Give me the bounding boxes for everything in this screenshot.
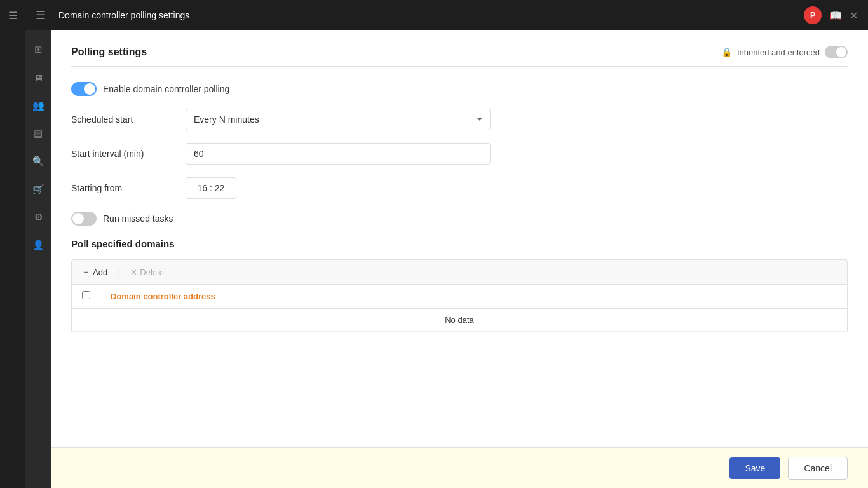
enable-polling-label: Enable domain controller polling (103, 84, 229, 94)
user-avatar[interactable]: P (804, 6, 822, 24)
delete-button[interactable]: ✕ Delete (130, 268, 164, 277)
left-nav-grid-icon[interactable]: ⊞ (29, 41, 47, 58)
no-data-cell: No data (72, 308, 848, 332)
titlebar: ☰ Domain controller polling settings P 📖… (25, 0, 868, 30)
toolbar-separator: | (118, 266, 120, 278)
left-nav-users-icon[interactable]: 👥 (29, 97, 47, 114)
checkbox-header (72, 285, 101, 308)
starting-from-label: Starting from (71, 183, 186, 193)
start-interval-control (186, 143, 491, 165)
run-missed-label: Run missed tasks (103, 214, 173, 224)
table-body: No data (72, 308, 848, 332)
main-area: ☰ Domain controller polling settings P 📖… (25, 0, 868, 488)
start-interval-label: Start interval (min) (71, 149, 186, 159)
form-area: Polling settings 🔒 Inherited and enforce… (51, 30, 868, 447)
scheduled-start-label: Scheduled start (71, 114, 186, 125)
titlebar-actions: P 📖 ✕ (804, 6, 858, 24)
poll-domains-title: Poll specified domains (71, 238, 848, 249)
sidebar-menu-icon[interactable]: ☰ (3, 5, 23, 25)
starting-from-control (186, 177, 236, 199)
no-data-row: No data (72, 308, 848, 332)
lock-icon: 🔒 (721, 47, 732, 57)
add-label: Add (93, 268, 107, 277)
hamburger-icon[interactable]: ☰ (36, 8, 46, 22)
left-nav-settings-icon[interactable]: ⚙ (29, 208, 47, 226)
left-nav-search-icon[interactable]: 🔍 (29, 152, 47, 170)
polling-settings-header: Polling settings 🔒 Inherited and enforce… (71, 46, 848, 67)
left-nav-list-icon[interactable]: ▤ (29, 125, 47, 142)
start-interval-input[interactable] (186, 143, 491, 165)
left-nav-monitor-icon[interactable]: 🖥 (29, 69, 47, 86)
run-missed-toggle[interactable] (71, 212, 97, 226)
plus-icon: ＋ (82, 266, 90, 278)
left-nav-cart-icon[interactable]: 🛒 (29, 180, 47, 198)
x-icon: ✕ (130, 268, 137, 277)
enable-polling-toggle[interactable] (71, 82, 97, 96)
scheduled-start-row: Scheduled start Every N minutes Daily We… (71, 109, 848, 130)
table-toolbar: ＋ Add | ✕ Delete (71, 259, 848, 285)
left-nav-user-icon[interactable]: 👤 (29, 236, 47, 254)
select-all-checkbox[interactable] (82, 291, 90, 299)
domains-table: Domain controller address No data (71, 285, 848, 332)
enable-toggle-row: Enable domain controller polling (71, 82, 848, 96)
scheduled-start-select[interactable]: Every N minutes Daily Weekly (186, 109, 491, 130)
content: ⊞ 🖥 👥 ▤ 🔍 🛒 ⚙ 👤 Polling settings 🔒 Inher… (25, 30, 868, 488)
inherited-text: Inherited and enforced (737, 48, 820, 57)
section-actions: 🔒 Inherited and enforced (721, 46, 848, 58)
add-button[interactable]: ＋ Add (82, 266, 107, 278)
starting-from-input[interactable] (186, 177, 236, 199)
starting-from-row: Starting from (71, 177, 848, 199)
start-interval-row: Start interval (min) (71, 143, 848, 165)
save-button[interactable]: Save (729, 458, 780, 479)
footer: Save Cancel (51, 447, 868, 488)
left-nav: ⊞ 🖥 👥 ▤ 🔍 🛒 ⚙ 👤 (25, 30, 51, 488)
table-header-row: Domain controller address (72, 285, 848, 308)
close-icon[interactable]: ✕ (850, 10, 858, 22)
cancel-button[interactable]: Cancel (788, 457, 848, 480)
run-missed-row: Run missed tasks (71, 212, 848, 226)
polling-settings-title: Polling settings (71, 46, 147, 58)
domain-controller-address-header: Domain controller address (100, 285, 848, 308)
scheduled-start-control: Every N minutes Daily Weekly (186, 109, 491, 130)
book-icon[interactable]: 📖 (829, 10, 842, 22)
main-panel: Polling settings 🔒 Inherited and enforce… (51, 30, 868, 488)
inherited-toggle[interactable] (825, 46, 848, 58)
page-title: Domain controller polling settings (58, 10, 796, 20)
sidebar: ☰ (0, 0, 25, 488)
delete-label: Delete (140, 268, 164, 277)
